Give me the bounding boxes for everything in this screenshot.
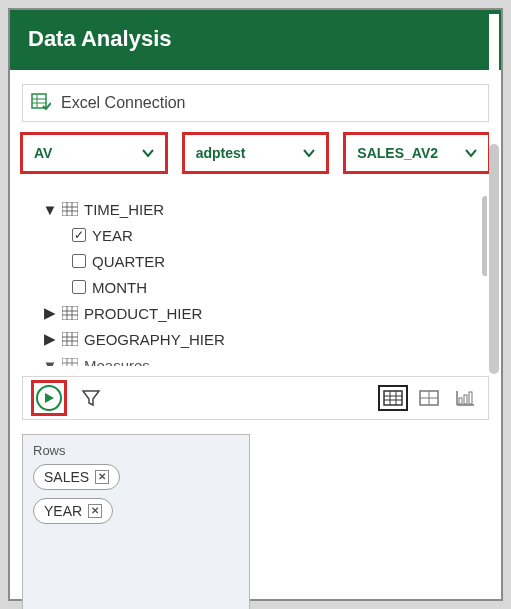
checkbox-icon[interactable]: [72, 254, 86, 268]
connection-label: Excel Connection: [61, 94, 186, 112]
rows-title: Rows: [33, 443, 239, 458]
schema-select-highlight: adptest: [182, 132, 330, 174]
tree-node-label: Measures: [84, 357, 150, 367]
connection-selector[interactable]: Excel Connection: [22, 84, 489, 122]
remove-chip-icon[interactable]: ✕: [88, 504, 102, 518]
tree-leaf-label: YEAR: [92, 227, 133, 244]
tree-node-label: GEOGRAPHY_HIER: [84, 331, 225, 348]
row-chip[interactable]: YEAR ✕: [33, 498, 113, 524]
chip-label: YEAR: [44, 503, 82, 519]
tree-leaf-label: QUARTER: [92, 253, 165, 270]
tree-leaf-month[interactable]: MONTH: [34, 274, 487, 300]
panel-scrollbar-thumb[interactable]: [489, 144, 499, 374]
caret-down-icon: ▼: [44, 357, 56, 367]
tree-leaf-year[interactable]: YEAR: [34, 222, 487, 248]
schema-select-value: adptest: [196, 145, 246, 161]
caret-down-icon: ▼: [44, 201, 56, 218]
panel-scrollbar-track[interactable]: [489, 14, 499, 595]
checkbox-icon[interactable]: [72, 280, 86, 294]
filter-button[interactable]: [77, 384, 105, 412]
rows-drop-zone[interactable]: Rows SALES ✕ YEAR ✕: [22, 434, 250, 609]
chevron-down-icon: [142, 145, 154, 161]
tree-node-time[interactable]: ▼ TIME_HIER: [34, 196, 487, 222]
tree-node-label: TIME_HIER: [84, 201, 164, 218]
schema-select[interactable]: adptest: [187, 137, 325, 169]
object-select-value: SALES_AV2: [357, 145, 438, 161]
type-select-highlight: AV: [20, 132, 168, 174]
run-button-highlight: [31, 380, 67, 416]
view-switch: [378, 385, 480, 411]
svg-rect-4: [62, 202, 78, 216]
view-pivot-button[interactable]: [414, 385, 444, 411]
tree-node-product[interactable]: ▶ PRODUCT_HIER: [34, 300, 487, 326]
hierarchy-icon: [62, 306, 78, 320]
dimension-tree: ▼ TIME_HIER YEAR QUARTER MONTH ▶ PRODUCT…: [34, 196, 487, 366]
remove-chip-icon[interactable]: ✕: [95, 470, 109, 484]
svg-rect-9: [62, 306, 78, 320]
chip-label: SALES: [44, 469, 89, 485]
chevron-down-icon: [303, 145, 315, 161]
object-select-highlight: SALES_AV2: [343, 132, 491, 174]
view-chart-button[interactable]: [450, 385, 480, 411]
svg-rect-14: [62, 332, 78, 346]
type-select-value: AV: [34, 145, 52, 161]
svg-rect-35: [464, 395, 467, 404]
tree-node-geography[interactable]: ▶ GEOGRAPHY_HIER: [34, 326, 487, 352]
page-title-text: Data Analysis: [28, 26, 171, 51]
hierarchy-icon: [62, 202, 78, 216]
checkbox-checked-icon[interactable]: [72, 228, 86, 242]
tree-node-measures[interactable]: ▼ Measures: [34, 352, 487, 366]
svg-rect-36: [469, 392, 472, 404]
tree-scrollbar[interactable]: [482, 196, 487, 276]
page-title: Data Analysis: [10, 10, 501, 70]
type-select[interactable]: AV: [25, 137, 163, 169]
svg-rect-19: [62, 358, 78, 366]
selector-row: AV adptest SALES_AV2: [20, 132, 491, 174]
caret-right-icon: ▶: [44, 304, 56, 322]
run-button[interactable]: [36, 385, 62, 411]
caret-right-icon: ▶: [44, 330, 56, 348]
svg-rect-34: [459, 398, 462, 404]
excel-connection-icon: [31, 92, 51, 114]
tree-node-label: PRODUCT_HIER: [84, 305, 202, 322]
chevron-down-icon: [465, 145, 477, 161]
view-table-button[interactable]: [378, 385, 408, 411]
svg-rect-24: [384, 391, 402, 405]
action-toolbar: [22, 376, 489, 420]
hierarchy-icon: [62, 332, 78, 346]
row-chip[interactable]: SALES ✕: [33, 464, 120, 490]
tree-leaf-label: MONTH: [92, 279, 147, 296]
object-select[interactable]: SALES_AV2: [348, 137, 486, 169]
hierarchy-icon: [62, 358, 78, 366]
tree-leaf-quarter[interactable]: QUARTER: [34, 248, 487, 274]
